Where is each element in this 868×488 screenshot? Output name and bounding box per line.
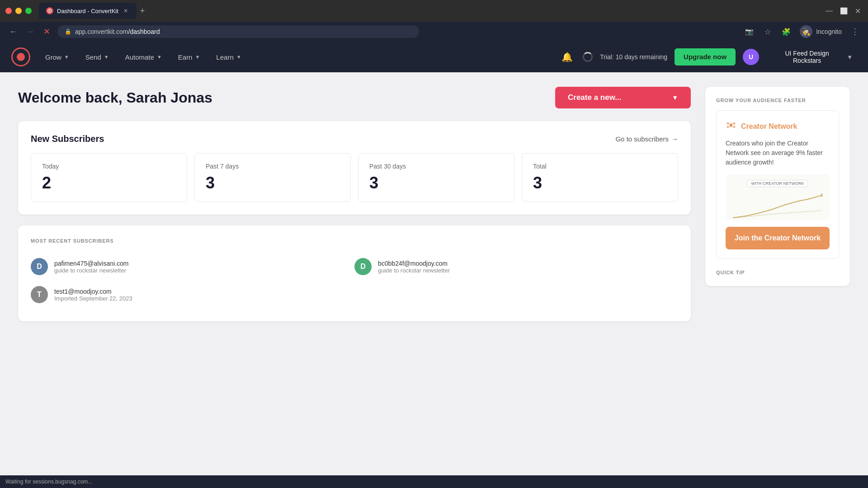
nav-item-earn[interactable]: Earn ▼ <box>171 50 208 65</box>
go-to-subscribers-link[interactable]: Go to subscribers → <box>615 135 678 143</box>
subscriber-avatar-3: T <box>31 286 48 303</box>
nav-item-grow[interactable]: Grow ▼ <box>38 50 76 65</box>
subscriber-source-2: guide to rockstar newsletter <box>378 267 678 274</box>
subscribers-header: New Subscribers Go to subscribers → <box>31 134 678 144</box>
creator-network-card: Creator Network Creators who join the Cr… <box>716 110 839 259</box>
active-tab[interactable]: Dashboard - ConvertKit ✕ <box>39 3 137 19</box>
earn-chevron-icon: ▼ <box>195 54 200 60</box>
browser-chrome: Dashboard - ConvertKit ✕ + — ⬜ ✕ <box>0 0 868 22</box>
subscriber-item-1: D pafimen475@alvisani.com guide to rocks… <box>31 253 354 281</box>
creator-network-header: Creator Network <box>726 120 830 133</box>
svg-point-11 <box>821 193 822 197</box>
stat-30days-label: Past 30 days <box>369 163 503 170</box>
stat-today-value: 2 <box>42 174 176 192</box>
nav-item-learn[interactable]: Learn ▼ <box>209 50 248 65</box>
bookmark-button[interactable]: ☆ <box>763 26 773 38</box>
grow-section-label: GROW YOUR AUDIENCE FASTER <box>716 98 839 103</box>
chart-label: WITH CREATOR NETWORK <box>747 180 808 187</box>
subscriber-item-2: D bc0bb24f@moodjoy.com guide to rockstar… <box>354 253 678 281</box>
svg-point-5 <box>727 126 729 128</box>
svg-point-1 <box>49 10 51 12</box>
new-tab-button[interactable]: + <box>137 5 149 18</box>
page-title: Welcome back, Sarah Jonas <box>18 89 212 106</box>
grow-section: GROW YOUR AUDIENCE FASTER <box>705 87 850 286</box>
quick-tip-label: QUICK TIP <box>716 270 839 275</box>
window-close-button[interactable] <box>5 8 12 14</box>
nav-item-automate[interactable]: Automate ▼ <box>118 50 169 65</box>
svg-line-9 <box>729 127 731 127</box>
subscriber-source-1: guide to rockstar newsletter <box>54 267 354 274</box>
window-controls <box>5 8 32 14</box>
status-bar: Waiting for sessions.bugsnag.com... <box>0 475 868 488</box>
create-new-button[interactable]: Create a new... ▼ <box>555 87 691 108</box>
upgrade-button[interactable]: Upgrade now <box>675 48 736 66</box>
svg-point-2 <box>730 124 732 127</box>
subscriber-email-3: test1@moodjoy.com <box>54 288 678 295</box>
stats-grid: Today 2 Past 7 days 3 Past 30 days 3 Tot… <box>31 153 678 202</box>
create-new-chevron-icon: ▼ <box>672 94 678 101</box>
subscriber-source-3: Imported September 22, 2023 <box>54 295 678 302</box>
browser-resize-button[interactable]: ⬜ <box>838 5 849 16</box>
svg-point-4 <box>733 122 736 125</box>
subscriber-item-3: T test1@moodjoy.com Imported September 2… <box>31 281 678 309</box>
right-panel: GROW YOUR AUDIENCE FASTER <box>705 87 850 461</box>
quick-tip-section: QUICK TIP <box>716 270 839 275</box>
account-avatar: U <box>743 49 759 65</box>
more-options-button[interactable]: ⋮ <box>849 25 861 38</box>
subscriber-info-1: pafimen475@alvisani.com guide to rocksta… <box>54 260 354 274</box>
main-content: Welcome back, Sarah Jonas Create a new..… <box>0 72 868 475</box>
browser-close-button[interactable]: ✕ <box>853 5 863 17</box>
growth-chart-svg <box>733 191 822 220</box>
notifications-button[interactable]: 🔔 <box>559 49 576 65</box>
join-creator-network-button[interactable]: Join the Creator Network <box>726 227 830 249</box>
address-bar-row: ← → ✕ 🔒 app.convertkit.com/dashboard 📷 ☆… <box>0 22 868 42</box>
svg-line-7 <box>729 124 731 124</box>
stat-30days: Past 30 days 3 <box>358 153 514 202</box>
subscribers-grid: D pafimen475@alvisani.com guide to rocks… <box>31 253 678 309</box>
incognito-label: Incognito <box>816 28 842 35</box>
camera-button[interactable]: 📷 <box>743 26 755 38</box>
browser-minimize-button[interactable]: — <box>824 5 835 17</box>
reload-button[interactable]: ✕ <box>42 25 52 38</box>
account-name: UI Feed Design Rockstars <box>771 50 843 64</box>
account-selector-button[interactable]: UI Feed Design Rockstars ▼ <box>766 47 857 67</box>
creator-network-title: Creator Network <box>741 122 797 131</box>
app: Grow ▼ Send ▼ Automate ▼ Earn ▼ Learn ▼ … <box>0 42 868 488</box>
creator-network-chart: WITH CREATOR NETWORK <box>726 174 830 220</box>
browser-actions: 📷 ☆ 🧩 🕵️ Incognito ⋮ <box>743 25 861 38</box>
window-maximize-button[interactable] <box>25 8 32 14</box>
address-text: app.convertkit.com/dashboard <box>75 28 412 35</box>
window-minimize-button[interactable] <box>15 8 22 14</box>
logo[interactable] <box>11 47 31 67</box>
network-icon <box>726 120 736 133</box>
incognito-icon: 🕵️ <box>800 25 812 38</box>
subscriber-info-3: test1@moodjoy.com Imported September 22,… <box>54 288 678 302</box>
subscriber-email-1: pafimen475@alvisani.com <box>54 260 354 267</box>
subscribers-title: New Subscribers <box>31 134 104 144</box>
stat-30days-value: 3 <box>369 174 503 192</box>
address-bar[interactable]: 🔒 app.convertkit.com/dashboard <box>57 25 419 38</box>
tab-favicon <box>46 7 53 14</box>
stat-total-value: 3 <box>533 174 667 192</box>
subscriber-email-2: bc0bb24f@moodjoy.com <box>378 260 678 267</box>
tab-close-button[interactable]: ✕ <box>122 7 129 14</box>
svg-point-6 <box>733 126 736 128</box>
extension-button[interactable]: 🧩 <box>780 26 793 38</box>
lock-icon: 🔒 <box>65 28 71 35</box>
logo-icon <box>11 47 30 66</box>
nav-right: 🔔 Trial: 10 days remaining Upgrade now U… <box>559 47 857 67</box>
stat-7days-label: Past 7 days <box>206 163 340 170</box>
incognito-button[interactable]: 🕵️ Incognito <box>800 25 842 38</box>
nav-item-send[interactable]: Send ▼ <box>78 50 116 65</box>
account-chevron-icon: ▼ <box>847 54 853 61</box>
recent-subs-title: MOST RECENT SUBSCRIBERS <box>31 238 678 244</box>
stat-total: Total 3 <box>522 153 678 202</box>
recent-subscribers-card: MOST RECENT SUBSCRIBERS D pafimen475@alv… <box>18 225 691 321</box>
learn-chevron-icon: ▼ <box>236 54 241 60</box>
subscriber-info-2: bc0bb24f@moodjoy.com guide to rockstar n… <box>378 260 678 274</box>
forward-button[interactable]: → <box>24 25 36 38</box>
subscriber-avatar-1: D <box>31 258 48 275</box>
main-nav: Grow ▼ Send ▼ Automate ▼ Earn ▼ Learn ▼ … <box>0 42 868 72</box>
page-header: Welcome back, Sarah Jonas Create a new..… <box>18 87 691 108</box>
back-button[interactable]: ← <box>7 25 19 38</box>
